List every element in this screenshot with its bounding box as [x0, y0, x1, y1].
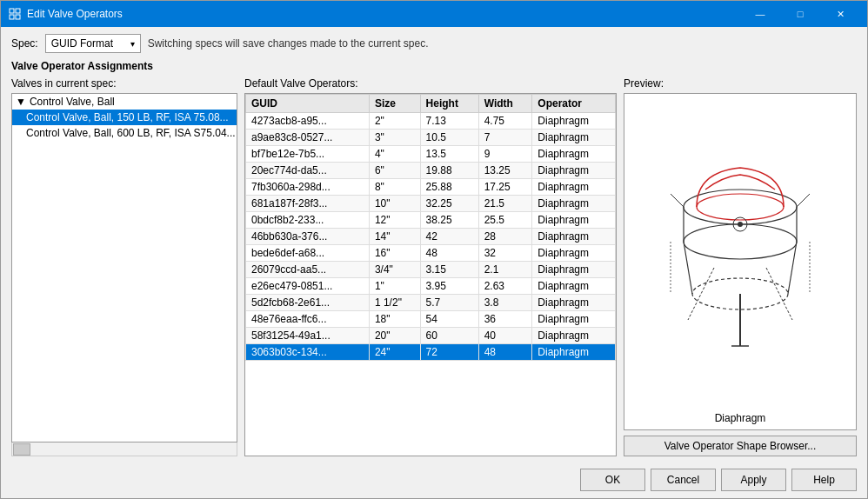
table-row[interactable]: 4273acb8-a95... 2" 7.13 4.75 Diaphragm	[246, 113, 616, 130]
spec-dropdown-value: GUID Format	[51, 37, 113, 50]
cell-width: 36	[478, 311, 532, 328]
cell-height: 48	[420, 245, 478, 262]
svg-line-6	[788, 242, 797, 294]
cell-size: 12"	[369, 212, 420, 229]
cell-height: 54	[420, 311, 478, 328]
horizontal-scrollbar[interactable]	[11, 442, 237, 456]
cell-guid: 7fb3060a-298d...	[246, 179, 370, 196]
minimize-button[interactable]: —	[740, 1, 780, 27]
cell-operator: Diaphragm	[532, 229, 616, 245]
cell-guid: 26079ccd-aa5...	[246, 262, 370, 278]
cell-width: 9	[478, 146, 532, 163]
shape-browser-button[interactable]: Valve Operator Shape Browser...	[624, 436, 857, 456]
cell-operator: Diaphragm	[532, 295, 616, 311]
tree-arrow-icon: ▼	[16, 96, 26, 108]
cell-operator: Diaphragm	[532, 146, 616, 163]
table-row[interactable]: 48e76eaa-ffc6... 18" 54 36 Diaphragm	[246, 311, 616, 328]
cell-operator: Diaphragm	[532, 130, 616, 146]
table-row[interactable]: 58f31254-49a1... 20" 60 40 Diaphragm	[246, 328, 616, 344]
cell-operator: Diaphragm	[532, 245, 616, 262]
cell-operator: Diaphragm	[532, 278, 616, 295]
right-panel: Preview:	[624, 77, 857, 456]
ok-button[interactable]: OK	[580, 469, 645, 491]
cell-height: 32.25	[420, 196, 478, 212]
cell-width: 2.1	[478, 262, 532, 278]
cell-height: 38.25	[420, 212, 478, 229]
cell-guid: e26ec479-0851...	[246, 278, 370, 295]
cell-size: 3"	[369, 130, 420, 146]
table-row[interactable]: 681a187f-28f3... 10" 32.25 21.5 Diaphrag…	[246, 196, 616, 212]
cell-guid: bede6def-a68...	[246, 245, 370, 262]
cell-operator: Diaphragm	[532, 212, 616, 229]
maximize-button[interactable]: □	[780, 1, 820, 27]
cell-guid: 3063b03c-134...	[246, 344, 370, 361]
cell-width: 4.75	[478, 113, 532, 130]
table-row[interactable]: 3063b03c-134... 24" 72 48 Diaphragm	[246, 344, 616, 361]
apply-button[interactable]: Apply	[721, 469, 786, 491]
help-button[interactable]: Help	[791, 469, 857, 491]
table-row[interactable]: a9ae83c8-0527... 3" 10.5 7 Diaphragm	[246, 130, 616, 146]
svg-point-8	[684, 190, 797, 224]
cell-size: 14"	[369, 229, 420, 245]
table-row[interactable]: 0bdcf8b2-233... 12" 38.25 25.5 Diaphragm	[246, 212, 616, 229]
table-row[interactable]: 46bb630a-376... 14" 42 28 Diaphragm	[246, 229, 616, 245]
center-panel-label: Default Valve Operators:	[244, 77, 617, 90]
tree-item-2[interactable]: Control Valve, Ball, 600 LB, RF, ISA S75…	[12, 125, 237, 141]
operators-table-container[interactable]: GUID Size Height Width Operator 4273acb8…	[244, 93, 617, 456]
cell-operator: Diaphragm	[532, 344, 616, 361]
cell-size: 4"	[369, 146, 420, 163]
preview-area: Diaphragm	[624, 93, 857, 430]
cell-guid: 4273acb8-a95...	[246, 113, 370, 130]
cell-size: 10"	[369, 196, 420, 212]
cell-height: 72	[420, 344, 478, 361]
spec-hint: Switching specs will save changes made t…	[148, 37, 429, 50]
svg-rect-0	[10, 9, 14, 13]
window-title: Edit Valve Operators	[27, 8, 740, 20]
cell-guid: a9ae83c8-0527...	[246, 130, 370, 146]
cell-operator: Diaphragm	[532, 311, 616, 328]
cell-guid: 5d2fcb68-2e61...	[246, 295, 370, 311]
main-window: Edit Valve Operators — □ ✕ Spec: GUID Fo…	[0, 0, 868, 499]
cell-height: 19.88	[420, 163, 478, 179]
preview-label: Preview:	[624, 77, 857, 90]
cell-operator: Diaphragm	[532, 262, 616, 278]
main-area: Valves in current spec: ▼ Control Valve,…	[11, 77, 857, 456]
titlebar-controls: — □ ✕	[740, 1, 860, 27]
table-row[interactable]: bf7be12e-7b5... 4" 13.5 9 Diaphragm	[246, 146, 616, 163]
tree-item-1[interactable]: Control Valve, Ball, 150 LB, RF, ISA 75.…	[12, 110, 237, 125]
spec-dropdown[interactable]: GUID Format ▾	[45, 34, 141, 53]
cell-size: 8"	[369, 179, 420, 196]
cell-size: 24"	[369, 344, 420, 361]
table-row[interactable]: e26ec479-0851... 1" 3.95 2.63 Diaphragm	[246, 278, 616, 295]
cell-operator: Diaphragm	[532, 113, 616, 130]
cell-width: 7	[478, 130, 532, 146]
svg-point-7	[684, 224, 797, 259]
table-row[interactable]: 7fb3060a-298d... 8" 25.88 17.25 Diaphrag…	[246, 179, 616, 196]
cell-guid: 20ec774d-da5...	[246, 163, 370, 179]
table-row[interactable]: 20ec774d-da5... 6" 19.88 13.25 Diaphragm	[246, 163, 616, 179]
close-button[interactable]: ✕	[820, 1, 860, 27]
cell-guid: 46bb630a-376...	[246, 229, 370, 245]
svg-rect-3	[16, 15, 20, 19]
window-icon	[8, 7, 22, 21]
left-panel: Valves in current spec: ▼ Control Valve,…	[11, 77, 237, 456]
tree-item-root[interactable]: ▼ Control Valve, Ball	[12, 94, 237, 110]
cell-width: 32	[478, 245, 532, 262]
svg-point-17	[738, 222, 743, 227]
svg-point-11	[697, 194, 784, 220]
table-row[interactable]: 26079ccd-aa5... 3/4" 3.15 2.1 Diaphragm	[246, 262, 616, 278]
chevron-down-icon: ▾	[130, 39, 135, 49]
cell-height: 3.95	[420, 278, 478, 295]
tree-container[interactable]: ▼ Control Valve, Ball Control Valve, Bal…	[11, 93, 237, 442]
cancel-button[interactable]: Cancel	[651, 469, 716, 491]
cell-size: 2"	[369, 113, 420, 130]
table-row[interactable]: 5d2fcb68-2e61... 1 1/2" 5.7 3.8 Diaphrag…	[246, 295, 616, 311]
cell-width: 21.5	[478, 196, 532, 212]
cell-height: 13.5	[420, 146, 478, 163]
svg-line-19	[797, 194, 810, 207]
tree-item-label: Control Valve, Ball	[30, 96, 115, 108]
col-width: Width	[478, 95, 532, 113]
table-row[interactable]: bede6def-a68... 16" 48 32 Diaphragm	[246, 245, 616, 262]
cell-operator: Diaphragm	[532, 328, 616, 344]
tree-item-label: Control Valve, Ball, 600 LB, RF, ISA S75…	[26, 127, 236, 139]
